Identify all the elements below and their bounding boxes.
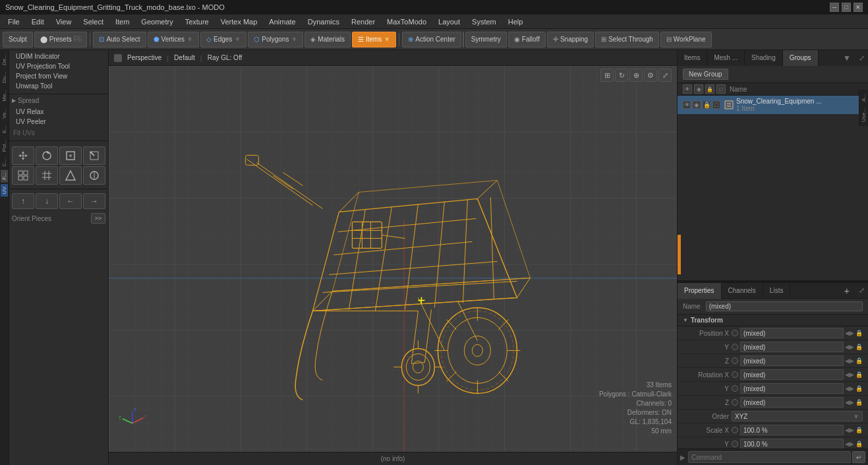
menu-help[interactable]: Help	[503, 16, 529, 27]
minimize-button[interactable]: ─	[830, 3, 839, 12]
snapping-button[interactable]: ✛ Snapping	[547, 32, 594, 47]
menu-edit[interactable]: Edit	[26, 16, 49, 27]
rotation-y-lock[interactable]: 🔒	[855, 385, 863, 392]
menu-system[interactable]: System	[467, 16, 502, 27]
right-expand-btn[interactable]: ⤢	[855, 50, 868, 66]
tab-channels[interactable]: Channels	[722, 283, 763, 299]
rotation-x-radio[interactable]	[732, 371, 738, 378]
select-through-button[interactable]: ⊞ Select Through	[595, 32, 659, 47]
position-y-lock[interactable]: 🔒	[855, 344, 863, 350]
scale-y-input[interactable]: 100.0 %	[740, 439, 844, 449]
arrow-left-btn[interactable]: ←	[59, 193, 82, 209]
left-side-tab-dup[interactable]: Du...	[1, 69, 8, 86]
position-y-radio[interactable]	[732, 344, 738, 350]
perspective-label[interactable]: Perspective	[127, 54, 161, 61]
uv-relax-tool[interactable]: UV Relax	[12, 107, 105, 117]
default-label[interactable]: Default	[174, 54, 195, 61]
position-z-input[interactable]: (mixed)	[740, 356, 844, 366]
menu-select[interactable]: Select	[78, 16, 109, 27]
scene-area[interactable]: 33 Items Polygons : Catmull-Clark Channe…	[109, 66, 677, 452]
project-from-view-tool[interactable]: Project from View	[12, 71, 105, 81]
right-tab-more[interactable]: ▼	[839, 50, 855, 66]
action-center-button[interactable]: ⊕ Action Center	[402, 32, 461, 47]
presets-button[interactable]: ⬤ Presets F6	[34, 32, 88, 47]
order-select[interactable]: XYZ ▼	[732, 411, 863, 421]
rotation-x-lock[interactable]: 🔒	[855, 371, 863, 378]
tab-properties[interactable]: Properties	[678, 283, 722, 299]
rotation-z-lock[interactable]: 🔒	[855, 399, 863, 406]
left-side-tab-ve[interactable]: Ve...	[1, 106, 8, 121]
arrow-right-btn[interactable]: →	[83, 193, 105, 209]
scale-x-radio[interactable]	[732, 427, 738, 433]
rotation-z-radio[interactable]	[732, 399, 738, 406]
right-side-tab-a[interactable]: A...	[860, 91, 867, 104]
visibility-eye-icon[interactable]: 👁	[683, 84, 692, 94]
position-x-input[interactable]: (mixed)	[740, 328, 844, 338]
close-button[interactable]: ✕	[854, 3, 863, 12]
menu-texture[interactable]: Texture	[180, 16, 214, 27]
expand-btn[interactable]: ⤢	[658, 69, 672, 82]
props-expand-btn[interactable]: ⤢	[855, 283, 868, 299]
position-y-input[interactable]: (mixed)	[740, 342, 844, 352]
weld-tool[interactable]	[83, 166, 105, 185]
scale-x-input[interactable]: 100.0 %	[740, 425, 844, 435]
maximize-button[interactable]: □	[842, 3, 851, 12]
sculpt-button[interactable]: Sculpt	[3, 32, 33, 47]
uv-projection-tool[interactable]: UV Projection Tool	[12, 61, 105, 71]
rotation-y-input[interactable]: (mixed)	[740, 383, 844, 394]
position-z-lock[interactable]: 🔒	[855, 357, 863, 364]
auto-select-button[interactable]: ⊡ Auto Select	[93, 32, 146, 47]
tab-groups[interactable]: Groups	[783, 50, 819, 66]
rotation-z-input[interactable]: (mixed)	[740, 397, 844, 408]
transform-tool[interactable]	[83, 146, 105, 165]
grid-tool[interactable]	[12, 166, 34, 185]
workplane-button[interactable]: ⊟ WorkPlane	[660, 32, 712, 47]
menu-geometry[interactable]: Geometry	[136, 16, 178, 27]
tab-shading[interactable]: Shading	[745, 50, 783, 66]
items-button[interactable]: ☰ Items ▼	[352, 32, 396, 47]
udim-indicator-tool[interactable]: UDIM Indicator	[12, 51, 105, 61]
new-group-button[interactable]: New Group	[683, 69, 728, 80]
arrow-up-btn[interactable]: ↑	[12, 193, 34, 209]
falloff-button[interactable]: ◉ Falloff	[508, 32, 546, 47]
left-side-tab-c[interactable]: C...	[1, 156, 8, 169]
frame-all-btn[interactable]: ⊞	[600, 69, 614, 82]
name-value-field[interactable]: (mixed)	[706, 301, 863, 311]
position-x-radio[interactable]	[732, 330, 738, 336]
rotate-view-btn[interactable]: ↻	[615, 69, 628, 82]
item-lock-icon[interactable]: 🔒	[703, 101, 710, 109]
menu-animate[interactable]: Animate	[264, 16, 301, 27]
fit-uvs-tool[interactable]: Fit UVs	[9, 128, 108, 138]
arrow-down-btn[interactable]: ↓	[36, 193, 58, 209]
unwrap-tool[interactable]: Unwrap Tool	[12, 81, 105, 91]
rotation-x-input[interactable]: (mixed)	[740, 369, 844, 380]
position-x-lock[interactable]: 🔒	[855, 330, 863, 336]
menu-maxtomodo[interactable]: MaxToModo	[382, 16, 432, 27]
vertices-button[interactable]: ⬟ Vertices ▼	[148, 32, 199, 47]
ray-gl-label[interactable]: Ray GL: Off	[208, 54, 243, 61]
left-side-tab-me[interactable]: Me...	[1, 87, 8, 104]
left-side-tab-dep[interactable]: De...	[1, 51, 8, 68]
tab-lists[interactable]: Lists	[763, 283, 791, 299]
menu-item[interactable]: Item	[110, 16, 134, 27]
uv-peeler-tool[interactable]: UV Peeler	[12, 117, 105, 127]
scale-y-radio[interactable]	[732, 441, 738, 447]
item-list-row[interactable]: 👁 ◉ 🔒 □ Snow_Clearing_Equipmen ... 1 Ite…	[678, 96, 868, 115]
left-side-tab-e[interactable]: E...	[1, 123, 8, 136]
settings-btn[interactable]: ⚙	[644, 69, 657, 82]
position-z-radio[interactable]	[732, 357, 738, 364]
move-tool[interactable]	[12, 146, 34, 165]
materials-button[interactable]: ◈ Materials	[304, 32, 351, 47]
menu-render[interactable]: Render	[346, 16, 380, 27]
menu-view[interactable]: View	[51, 16, 77, 27]
lock-icon[interactable]: 🔒	[705, 84, 714, 94]
scale-tool[interactable]	[59, 146, 82, 165]
render-icon[interactable]: ◉	[694, 84, 703, 94]
menu-file[interactable]: File	[3, 16, 25, 27]
command-enter-btn[interactable]: ↵	[852, 451, 865, 463]
tab-items[interactable]: Items	[678, 50, 707, 66]
left-side-tab-f[interactable]: F...	[1, 170, 8, 183]
viewport-menu-btn[interactable]	[114, 54, 122, 62]
left-side-tab-uv[interactable]: UV	[1, 184, 8, 197]
right-side-tab-use[interactable]: Use...	[860, 106, 867, 125]
